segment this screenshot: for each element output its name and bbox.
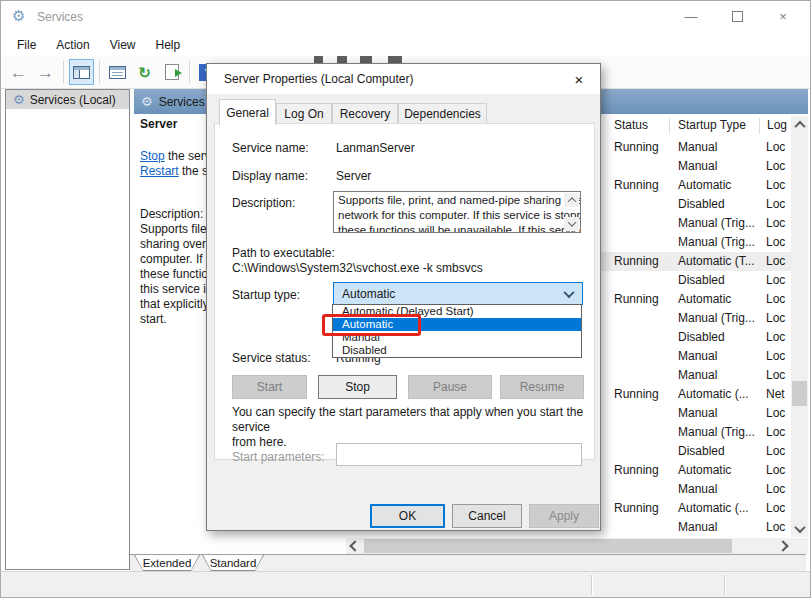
horizontal-scrollbar-thumb[interactable] — [364, 539, 732, 553]
ok-button[interactable]: OK — [370, 504, 445, 528]
startup-type-label: Startup type: — [232, 288, 300, 302]
startup-type-value: Automatic — [342, 287, 395, 301]
start-button[interactable]: Start — [232, 375, 307, 399]
menu-action[interactable]: Action — [46, 38, 99, 52]
apply-button[interactable]: Apply — [529, 504, 599, 528]
description-scroll-down-button[interactable] — [564, 217, 579, 231]
text-line: this service is — [140, 282, 212, 297]
scroll-left-button[interactable] — [346, 538, 363, 554]
chevron-up-icon — [567, 197, 575, 205]
chevron-right-icon — [777, 540, 788, 551]
stop-service-line: Stop the serv — [140, 149, 211, 163]
column-separator[interactable] — [759, 118, 760, 134]
menu-help[interactable]: Help — [146, 38, 191, 52]
menu-view[interactable]: View — [100, 38, 146, 52]
maximize-icon — [732, 11, 743, 22]
tree-item-services-local[interactable]: ⚙ Services (Local) — [6, 90, 129, 109]
column-header-log-on-as[interactable]: Log — [767, 118, 787, 132]
service-name-label: Service name: — [232, 141, 309, 155]
partial-pause-service-icon — [360, 56, 372, 63]
description-label: Description: — [140, 207, 203, 221]
description-field-label: Description: — [232, 196, 295, 210]
tab-log-on[interactable]: Log On — [276, 103, 332, 124]
tab-dependencies[interactable]: Dependencies — [398, 103, 487, 124]
path-to-executable-label: Path to executable: — [232, 246, 335, 260]
chevron-down-icon — [794, 521, 805, 532]
text-line: start. — [140, 312, 212, 327]
toolbar-separator — [189, 61, 190, 83]
menu-file[interactable]: File — [7, 38, 46, 52]
properties-button[interactable] — [105, 59, 130, 85]
description-textbox[interactable]: Supports file, print, and named-pipe sha… — [333, 191, 581, 233]
refresh-button[interactable]: ↻ — [132, 59, 157, 85]
general-tab-page: Service name: LanmanServer Display name:… — [214, 123, 595, 460]
scroll-right-button[interactable] — [774, 538, 791, 554]
services-gear-icon: ⚙ — [13, 93, 25, 106]
service-description-text: Supports file,sharing overcomputer. Ifth… — [140, 222, 212, 327]
column-separator[interactable] — [669, 118, 670, 134]
show-console-tree-button[interactable] — [69, 59, 94, 85]
start-parameters-input[interactable] — [336, 443, 582, 466]
restart-service-link[interactable]: Restart — [140, 164, 179, 178]
banner-gear-icon: ⚙ — [141, 95, 153, 108]
text-line: network for this computer. If this servi… — [338, 208, 562, 223]
startup-type-combobox[interactable]: Automatic — [333, 282, 583, 305]
partial-stop-service-icon — [337, 56, 347, 63]
dialog-close-button[interactable]: × — [564, 67, 594, 91]
back-button[interactable]: ← — [6, 59, 31, 85]
tab-general[interactable]: General — [219, 99, 276, 125]
close-button[interactable]: × — [760, 1, 806, 31]
description-scroll-up-button[interactable] — [564, 193, 579, 207]
close-icon: × — [779, 9, 787, 24]
vertical-scrollbar-thumb[interactable] — [792, 381, 807, 406]
display-name-label: Display name: — [232, 169, 308, 183]
status-bar-divider — [724, 575, 726, 595]
maximize-button[interactable] — [714, 1, 760, 31]
title-bar[interactable]: ⚙ Services — × — [1, 1, 810, 33]
status-bar-divider — [591, 575, 593, 595]
chevron-left-icon — [349, 540, 360, 551]
console-tree-panel: ⚙ Services (Local) — [5, 89, 130, 570]
column-header-startup-type[interactable]: Startup Type — [678, 118, 746, 132]
cancel-button[interactable]: Cancel — [452, 504, 522, 528]
start-parameters-label: Start parameters: — [232, 450, 325, 464]
export-list-icon — [165, 64, 179, 80]
resume-button[interactable]: Resume — [500, 375, 584, 399]
chevron-down-icon — [567, 218, 575, 226]
server-properties-dialog: Server Properties (Local Computer) × Gen… — [206, 63, 601, 531]
minimize-button[interactable]: — — [668, 1, 714, 31]
dialog-title-bar[interactable]: Server Properties (Local Computer) × — [207, 64, 600, 94]
text-line: computer. If — [140, 252, 212, 267]
text-line: these functions will be unavailable. If … — [338, 223, 562, 233]
text-line: that explicitly — [140, 297, 212, 312]
forward-arrow-icon: → — [37, 64, 54, 81]
combobox-chevron-down-icon — [563, 287, 574, 298]
status-bar — [1, 571, 810, 598]
scroll-up-button[interactable] — [791, 116, 808, 133]
toolbar-separator — [99, 61, 100, 83]
back-arrow-icon: ← — [10, 64, 27, 81]
text-line: Supports file, — [140, 222, 212, 237]
text-line: Supports file, print, and named-pipe sha… — [338, 193, 562, 208]
pause-button[interactable]: Pause — [408, 375, 492, 399]
tab-recovery[interactable]: Recovery — [332, 103, 398, 124]
stop-button[interactable]: Stop — [318, 375, 397, 399]
tab-extended[interactable]: Extended — [134, 555, 200, 571]
dropdown-option-disabled[interactable]: Disabled — [333, 344, 581, 357]
annotation-red-box — [322, 314, 421, 336]
vertical-scrollbar[interactable] — [791, 116, 808, 537]
horizontal-scrollbar[interactable] — [346, 538, 791, 554]
text-line: these functio — [140, 267, 212, 282]
column-header-status[interactable]: Status — [614, 118, 648, 132]
stop-service-link[interactable]: Stop — [140, 149, 165, 163]
partial-start-service-icon — [314, 56, 323, 63]
tab-standard[interactable]: Standard — [202, 555, 264, 571]
export-list-button[interactable] — [159, 59, 184, 85]
partial-restart-service-icon — [388, 56, 402, 63]
services-window: ⚙ Services — × File Action View Help ← →… — [0, 0, 811, 598]
dialog-close-icon: × — [575, 71, 584, 88]
scroll-down-button[interactable] — [791, 520, 808, 537]
forward-button[interactable]: → — [33, 59, 58, 85]
stop-line-rest: the serv — [165, 149, 211, 163]
service-status-label: Service status: — [232, 351, 311, 365]
